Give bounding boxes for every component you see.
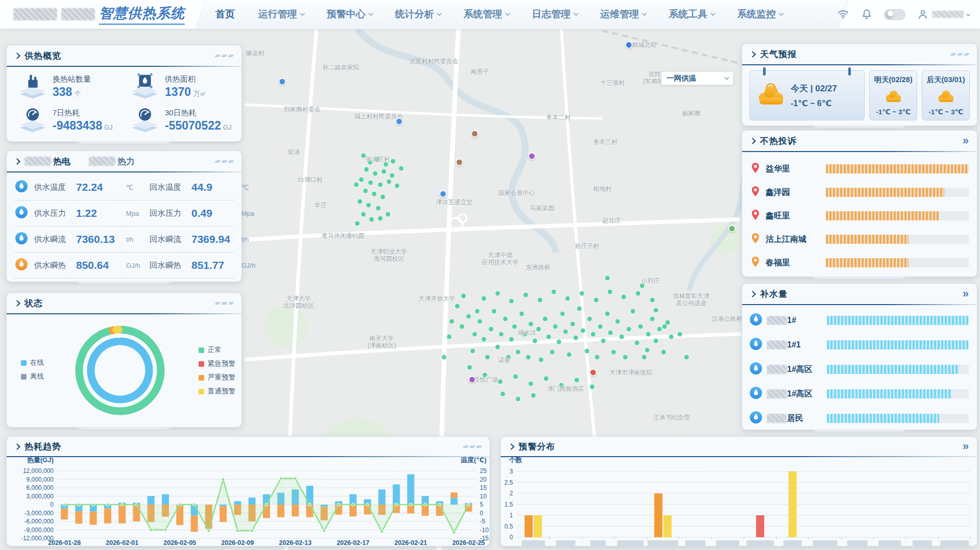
map-station-dot[interactable] bbox=[581, 329, 585, 333]
map-station-dot[interactable] bbox=[684, 355, 689, 360]
map-station-dot[interactable] bbox=[378, 216, 383, 221]
map-station-dot[interactable] bbox=[678, 332, 682, 337]
map-station-dot[interactable] bbox=[370, 217, 374, 222]
nav-item-系统管理[interactable]: 系统管理 bbox=[463, 8, 508, 21]
map-station-dot[interactable] bbox=[620, 335, 624, 339]
map-station-dot[interactable] bbox=[650, 298, 655, 303]
map-station-dot[interactable] bbox=[531, 393, 536, 398]
water-row-1#1[interactable]: 1#1 bbox=[749, 337, 969, 353]
map-station-dot[interactable] bbox=[442, 355, 447, 360]
map-station-dot[interactable] bbox=[354, 183, 359, 187]
map-station-dot[interactable] bbox=[461, 294, 466, 298]
map-station-dot[interactable] bbox=[460, 324, 464, 329]
map-station-dot[interactable] bbox=[498, 380, 503, 384]
map-station-dot[interactable] bbox=[503, 317, 508, 321]
wifi-icon[interactable] bbox=[837, 8, 849, 20]
more-icon[interactable]: » bbox=[963, 288, 969, 299]
map-station-dot[interactable] bbox=[359, 178, 364, 182]
map-station-dot[interactable] bbox=[627, 327, 631, 332]
map-station-dot[interactable] bbox=[575, 378, 579, 383]
map-station-dot[interactable] bbox=[499, 332, 504, 337]
complaint-row-鑫洋园[interactable]: 鑫洋园 bbox=[749, 185, 969, 200]
map-station-dot[interactable] bbox=[574, 336, 578, 340]
map-station-dot[interactable] bbox=[513, 374, 518, 379]
map-station-dot[interactable] bbox=[669, 335, 674, 339]
map-station-dot[interactable] bbox=[585, 349, 590, 354]
map-station-dot[interactable] bbox=[564, 330, 568, 334]
map-poi-marker[interactable] bbox=[439, 190, 447, 198]
map-station-dot[interactable] bbox=[447, 335, 452, 339]
map-station-dot[interactable] bbox=[399, 166, 404, 171]
map-poi-marker[interactable] bbox=[528, 153, 536, 160]
map-station-dot[interactable] bbox=[520, 312, 524, 316]
map-station-dot[interactable] bbox=[650, 317, 655, 321]
map-station-dot[interactable] bbox=[358, 199, 362, 204]
map-station-dot[interactable] bbox=[616, 319, 620, 324]
map-poi-marker[interactable] bbox=[396, 118, 403, 126]
map-station-dot[interactable] bbox=[496, 345, 500, 349]
map-station-dot[interactable] bbox=[567, 353, 572, 357]
map-station-dot[interactable] bbox=[654, 308, 658, 313]
map-station-dot[interactable] bbox=[636, 291, 641, 296]
map-station-dot[interactable] bbox=[605, 276, 610, 281]
map-station-dot[interactable] bbox=[601, 339, 606, 343]
complaint-row-沽上江南城[interactable]: 沽上江南城 bbox=[749, 232, 969, 247]
map-poi-marker[interactable] bbox=[456, 159, 463, 166]
map-station-dot[interactable] bbox=[492, 309, 497, 314]
map-station-dot[interactable] bbox=[355, 221, 360, 226]
map-station-dot[interactable] bbox=[663, 324, 667, 329]
nav-item-预警中心[interactable]: 预警中心 bbox=[327, 8, 372, 21]
map-station-dot[interactable] bbox=[501, 392, 505, 396]
map-station-dot[interactable] bbox=[455, 304, 460, 309]
water-row-1#[interactable]: 1# bbox=[749, 313, 969, 328]
nav-item-运行管理[interactable]: 运行管理 bbox=[258, 8, 303, 21]
map-station-dot[interactable] bbox=[473, 332, 477, 337]
map-station-dot[interactable] bbox=[536, 327, 541, 332]
complaint-row-春福里[interactable]: 春福里 bbox=[749, 255, 969, 270]
map-station-dot[interactable] bbox=[645, 348, 650, 353]
map-station-dot[interactable] bbox=[577, 307, 582, 311]
map-station-dot[interactable] bbox=[382, 169, 386, 174]
water-row-1#高区[interactable]: 1#高区 bbox=[749, 386, 969, 402]
map-station-dot[interactable] bbox=[662, 350, 666, 355]
nav-item-统计分析[interactable]: 统计分析 bbox=[395, 8, 440, 21]
map-station-dot[interactable] bbox=[509, 299, 514, 304]
map-station-dot[interactable] bbox=[595, 355, 600, 360]
map-station-dot[interactable] bbox=[590, 385, 595, 389]
map-station-dot[interactable] bbox=[566, 296, 570, 301]
nav-item-运维管理[interactable]: 运维管理 bbox=[600, 8, 645, 21]
complaint-row-益华里[interactable]: 益华里 bbox=[749, 161, 969, 177]
map-station-dot[interactable] bbox=[366, 203, 371, 208]
map-station-dot[interactable] bbox=[529, 382, 533, 386]
map-station-dot[interactable] bbox=[361, 212, 366, 217]
map-station-dot[interactable] bbox=[598, 324, 603, 329]
map-station-dot[interactable] bbox=[516, 350, 521, 355]
map-station-dot[interactable] bbox=[468, 365, 472, 370]
map-station-dot[interactable] bbox=[482, 296, 486, 301]
water-row-居民[interactable]: 居民 bbox=[749, 411, 969, 426]
map-station-dot[interactable] bbox=[364, 167, 369, 172]
bell-icon[interactable] bbox=[861, 8, 873, 20]
plant-tab-热电[interactable]: 热电 bbox=[24, 156, 70, 167]
map-station-dot[interactable] bbox=[550, 350, 555, 355]
map-station-dot[interactable] bbox=[482, 337, 486, 342]
map-poi-marker[interactable] bbox=[279, 78, 286, 86]
map-station-dot[interactable] bbox=[552, 290, 556, 294]
map-station-dot[interactable] bbox=[622, 295, 626, 299]
map-station-dot[interactable] bbox=[496, 291, 500, 296]
map-station-dot[interactable] bbox=[373, 171, 378, 176]
map-station-dot[interactable] bbox=[489, 327, 494, 332]
map-station-dot[interactable] bbox=[608, 331, 613, 335]
map-station-dot[interactable] bbox=[557, 340, 561, 344]
map-station-dot[interactable] bbox=[529, 322, 533, 327]
more-icon[interactable]: » bbox=[963, 135, 969, 146]
map-station-dot[interactable] bbox=[591, 332, 596, 337]
map-station-dot[interactable] bbox=[654, 339, 658, 343]
map-station-dot[interactable] bbox=[512, 324, 517, 329]
map-station-dot[interactable] bbox=[666, 320, 670, 325]
map-station-dot[interactable] bbox=[378, 183, 383, 187]
map-station-dot[interactable] bbox=[363, 189, 368, 193]
map-station-dot[interactable] bbox=[538, 298, 543, 303]
user-menu[interactable] bbox=[917, 8, 970, 20]
complaint-row-鑫旺里[interactable]: 鑫旺里 bbox=[749, 208, 969, 223]
